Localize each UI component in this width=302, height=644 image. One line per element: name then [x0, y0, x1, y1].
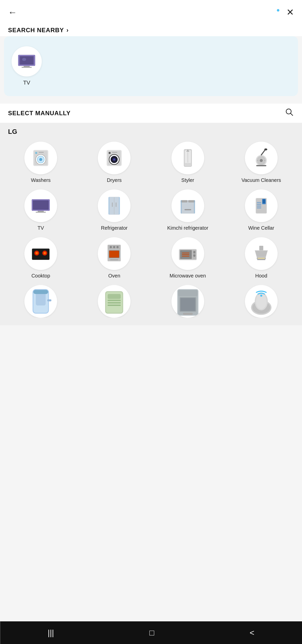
- category-kimchi-refrigerator[interactable]: Kimchi refrigerator: [153, 189, 223, 231]
- svg-rect-108: [108, 305, 121, 306]
- svg-point-31: [260, 159, 263, 162]
- partial3-icon-circle: [171, 285, 204, 318]
- nearby-device-tv[interactable]: TV: [12, 46, 42, 86]
- svg-rect-106: [108, 300, 121, 301]
- category-dryers[interactable]: Dryers: [79, 142, 149, 183]
- search-button[interactable]: [285, 108, 294, 119]
- svg-rect-96: [258, 258, 265, 259]
- washers-icon-circle: [24, 142, 57, 174]
- device-grid-row3: Cooktop: [6, 237, 296, 279]
- microwave-icon-circle: [171, 237, 204, 270]
- bottom-navigation: ||| □ <: [0, 621, 302, 644]
- svg-rect-5: [20, 56, 33, 64]
- select-manually-header: SELECT MANUALLY: [0, 104, 302, 123]
- svg-rect-3: [24, 66, 30, 67]
- wine-cellar-label: Wine Cellar: [248, 225, 274, 231]
- svg-rect-114: [183, 313, 193, 315]
- svg-point-14: [35, 152, 37, 154]
- svg-rect-100: [36, 293, 46, 306]
- tv-icon-circle: [24, 189, 57, 222]
- svg-rect-60: [257, 202, 261, 203]
- hood-label: Hood: [255, 272, 267, 279]
- category-styler[interactable]: Styler: [153, 142, 223, 183]
- close-button[interactable]: ✕: [286, 7, 294, 18]
- svg-line-32: [261, 150, 265, 155]
- back-button[interactable]: ←: [8, 7, 17, 18]
- partial1-icon-circle: [24, 285, 57, 318]
- microwave-label: Microwave oven: [169, 272, 206, 279]
- category-washers[interactable]: Washers: [6, 142, 75, 183]
- svg-point-71: [44, 252, 46, 254]
- search-nearby-label-row[interactable]: SEARCH NEARBY ›: [0, 23, 302, 36]
- grid-section: LG Washers: [0, 123, 302, 325]
- category-wine-cellar[interactable]: Wine Cellar: [227, 189, 296, 231]
- svg-rect-46: [119, 197, 120, 214]
- category-partial-2[interactable]: [79, 285, 149, 318]
- svg-rect-34: [256, 165, 266, 166]
- svg-rect-53: [181, 200, 182, 214]
- svg-rect-59: [263, 199, 265, 203]
- category-partial-3[interactable]: [153, 285, 223, 318]
- svg-rect-54: [194, 200, 195, 214]
- svg-rect-45: [109, 197, 110, 214]
- vacuum-label: Vacuum Cleaners: [241, 177, 281, 183]
- category-partial-1[interactable]: [6, 285, 75, 318]
- category-partial-4[interactable]: [227, 285, 296, 318]
- category-microwave-oven[interactable]: Microwave oven: [153, 237, 223, 279]
- svg-rect-79: [109, 251, 119, 258]
- cooktop-label: Cooktop: [31, 272, 50, 279]
- svg-rect-15: [39, 152, 44, 153]
- device-grid-row1: Washers Dryers: [6, 142, 296, 183]
- svg-rect-4: [22, 67, 32, 68]
- category-tv[interactable]: TV: [6, 189, 75, 231]
- nearby-tv-label: TV: [23, 79, 30, 86]
- nav-menu-button[interactable]: |||: [48, 628, 54, 637]
- svg-rect-39: [33, 200, 49, 210]
- svg-point-68: [36, 252, 37, 254]
- oven-label: Oven: [108, 272, 120, 279]
- category-vacuum-cleaners[interactable]: Vacuum Cleaners: [227, 142, 296, 183]
- category-hood[interactable]: Hood: [227, 237, 296, 279]
- refrigerator-label: Refrigerator: [101, 225, 128, 231]
- hood-icon-circle: [245, 237, 278, 270]
- tv-label: TV: [37, 225, 44, 231]
- kimchi-fridge-icon-circle: [171, 189, 204, 222]
- svg-rect-61: [257, 204, 261, 205]
- wine-cellar-icon-circle: [245, 189, 278, 222]
- category-refrigerator[interactable]: Refrigerator: [79, 189, 149, 231]
- dryers-label: Dryers: [107, 177, 122, 183]
- washers-label: Washers: [31, 177, 51, 183]
- nearby-tv-icon-circle: [12, 46, 42, 76]
- nav-home-button[interactable]: □: [149, 628, 154, 637]
- cooktop-icon-circle: [24, 237, 57, 270]
- svg-rect-101: [47, 299, 51, 301]
- brand-label: LG: [6, 128, 296, 136]
- device-grid-row4-partial: [6, 285, 296, 318]
- svg-rect-40: [38, 211, 44, 212]
- select-manually-section: SELECT MANUALLY LG: [0, 104, 302, 325]
- refrigerator-icon-circle: [98, 189, 131, 222]
- nav-back-button[interactable]: <: [250, 628, 254, 637]
- svg-line-8: [291, 113, 293, 116]
- svg-point-89: [193, 251, 195, 253]
- search-nearby-box: TV: [4, 36, 298, 96]
- svg-rect-92: [259, 246, 263, 250]
- styler-label: Styler: [181, 177, 194, 183]
- svg-rect-105: [108, 294, 121, 299]
- svg-rect-23: [112, 152, 117, 153]
- svg-rect-97: [257, 259, 265, 260]
- svg-point-22: [109, 152, 111, 154]
- partial2-icon-circle: [98, 285, 131, 318]
- search-nearby-section: SEARCH NEARBY › TV: [0, 23, 302, 96]
- svg-rect-107: [108, 302, 121, 303]
- search-nearby-title: SEARCH NEARBY: [8, 27, 64, 34]
- category-cooktop[interactable]: Cooktop: [6, 237, 75, 279]
- svg-rect-80: [110, 259, 118, 260]
- svg-rect-62: [257, 206, 261, 207]
- header: ← ✕: [0, 0, 302, 23]
- svg-rect-63: [257, 207, 261, 208]
- svg-rect-48: [116, 203, 117, 207]
- select-manually-title: SELECT MANUALLY: [8, 110, 71, 117]
- category-oven[interactable]: Oven: [79, 237, 149, 279]
- svg-rect-111: [178, 290, 198, 296]
